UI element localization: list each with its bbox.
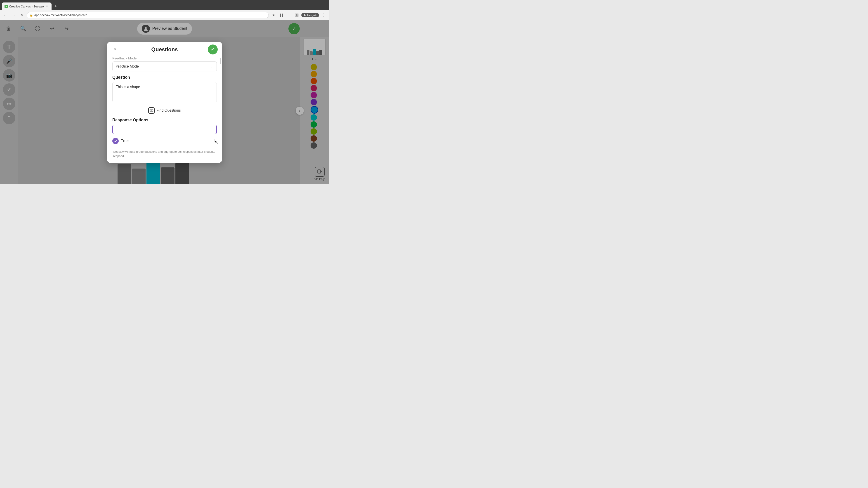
browser-actions: ★ ↓ Incognito ⋮ bbox=[271, 12, 327, 18]
menu-button[interactable]: ⋮ bbox=[320, 12, 327, 18]
modal-scrollbar[interactable] bbox=[220, 58, 221, 64]
svg-rect-3 bbox=[282, 15, 283, 17]
question-section: Question This is a shape. bbox=[112, 75, 217, 103]
true-option-label: True bbox=[121, 139, 212, 143]
incognito-badge: Incognito bbox=[301, 13, 319, 17]
auto-grade-note: Seesaw will auto-grade questions and agg… bbox=[112, 150, 217, 158]
find-questions-label: Find Questions bbox=[156, 108, 181, 112]
questions-modal: × Questions ✓ Feedback Mode Practice Mod… bbox=[107, 42, 222, 163]
address-bar[interactable]: 🔒 app.seesaw.me/#/activities/library/cre… bbox=[27, 12, 269, 18]
dropdown-chevron-icon: ⌄ bbox=[211, 64, 213, 68]
extensions-button[interactable] bbox=[278, 12, 285, 18]
svg-rect-0 bbox=[280, 13, 281, 15]
question-textarea[interactable]: This is a shape. bbox=[112, 82, 217, 102]
svg-rect-11 bbox=[150, 109, 153, 111]
reload-button[interactable]: ↻ bbox=[19, 12, 25, 18]
svg-rect-1 bbox=[282, 13, 283, 15]
response-options-section: Response Options True ⠿ bbox=[112, 118, 217, 146]
response-input-box[interactable] bbox=[112, 125, 217, 134]
question-section-label: Question bbox=[112, 75, 217, 80]
true-option-checkbox[interactable] bbox=[112, 138, 119, 144]
main-content: 🗑 🔍 ⛶ ↩ ↪ Preview as Student ✓ T 🎤 📷 ✔ •… bbox=[0, 20, 329, 184]
back-button[interactable]: ← bbox=[2, 12, 8, 18]
drag-handle-container: ⠿ ↖ bbox=[214, 139, 217, 143]
modal-overlay[interactable]: × Questions ✓ Feedback Mode Practice Mod… bbox=[0, 20, 329, 184]
response-options-label: Response Options bbox=[112, 118, 217, 123]
incognito-label: Incognito bbox=[307, 14, 317, 17]
active-tab[interactable]: S Creative Canvas - Seesaw × bbox=[2, 2, 52, 10]
tab-close-button[interactable]: × bbox=[45, 4, 49, 8]
lock-icon: 🔒 bbox=[30, 13, 33, 17]
modal-done-checkmark: ✓ bbox=[211, 46, 215, 53]
practice-mode-value: Practice Mode bbox=[116, 64, 139, 68]
cursor-icon: ↖ bbox=[215, 139, 219, 145]
profile-button[interactable] bbox=[293, 12, 300, 18]
download-button[interactable]: ↓ bbox=[286, 12, 292, 18]
tab-label: Creative Canvas - Seesaw bbox=[9, 5, 44, 8]
feedback-mode-section: Feedback Mode Practice Mode ⌄ bbox=[112, 56, 217, 71]
tab-favicon: S bbox=[4, 5, 8, 8]
feedback-mode-label: Feedback Mode bbox=[112, 56, 217, 60]
browser-tab-bar: S Creative Canvas - Seesaw × + bbox=[0, 0, 329, 10]
modal-body: Feedback Mode Practice Mode ⌄ Question T… bbox=[107, 56, 222, 163]
svg-point-5 bbox=[296, 14, 298, 15]
modal-title: Questions bbox=[151, 46, 178, 53]
modal-done-button[interactable]: ✓ bbox=[208, 44, 218, 55]
address-bar-row: ← → ↻ 🔒 app.seesaw.me/#/activities/libra… bbox=[0, 10, 329, 20]
forward-button[interactable]: → bbox=[10, 12, 17, 18]
modal-header: × Questions ✓ bbox=[107, 42, 222, 56]
find-questions-button[interactable]: Find Questions bbox=[112, 105, 217, 116]
bookmark-button[interactable]: ★ bbox=[271, 12, 277, 18]
svg-rect-2 bbox=[280, 15, 281, 17]
modal-close-button[interactable]: × bbox=[112, 46, 119, 53]
new-tab-button[interactable]: + bbox=[53, 3, 59, 9]
address-text: app.seesaw.me/#/activities/library/creat… bbox=[34, 13, 87, 17]
true-option-row: True ⠿ ↖ bbox=[112, 136, 217, 146]
find-questions-icon bbox=[148, 107, 155, 113]
practice-mode-dropdown[interactable]: Practice Mode ⌄ bbox=[112, 61, 217, 71]
